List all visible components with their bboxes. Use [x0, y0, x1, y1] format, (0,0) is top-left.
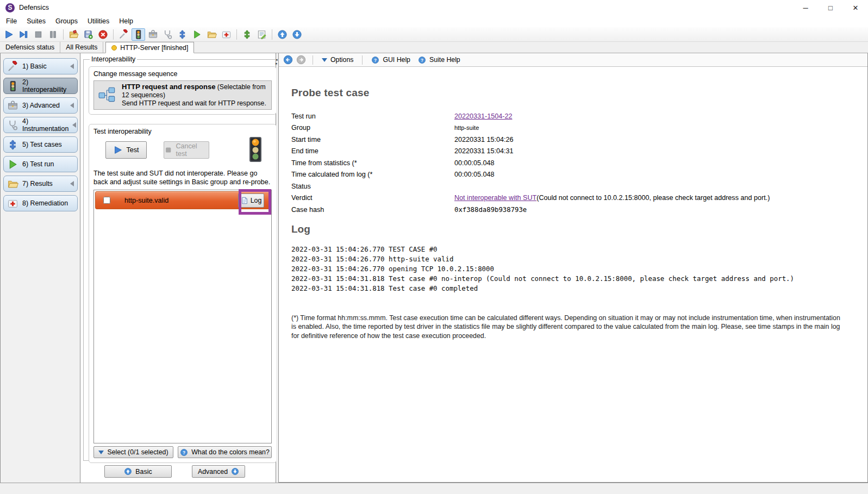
test-interoperability-group: Test interoperability Test Cancel test [89, 124, 277, 463]
suite-row-http-suite-valid[interactable]: http-suite.valid Log [95, 191, 270, 209]
options-button[interactable]: Options [320, 55, 355, 65]
down-circle-icon [231, 467, 239, 476]
reload-icon[interactable] [240, 28, 254, 41]
sidebar-item-interoperability[interactable]: 2) Interoperability [3, 78, 78, 94]
advanced-icon[interactable] [146, 28, 160, 41]
abort-icon[interactable] [96, 28, 110, 41]
sidebar-item-results[interactable]: 7) Results [3, 176, 78, 192]
menu-file[interactable]: File [1, 16, 22, 27]
gui-help-button[interactable]: ? GUI Help [369, 55, 413, 65]
field-label: Verdict [291, 192, 454, 204]
sidebar-item-advanced[interactable]: 3) Advanced [3, 97, 78, 114]
select-button[interactable]: Select (0/1 selected) [93, 446, 173, 458]
sequence-selector[interactable]: HTTP request and response (Selectable fr… [93, 80, 272, 110]
load-suite-icon[interactable] [67, 28, 80, 41]
minimize-button[interactable]: ─ [793, 0, 818, 15]
sidebar-item-label: 8) Remediation [22, 199, 68, 207]
basic-icon[interactable] [117, 28, 130, 41]
tab-http-server[interactable]: HTTP-Server [finished] [105, 42, 194, 53]
pause-icon[interactable] [46, 28, 60, 41]
screwdriver-icon [7, 61, 18, 72]
end-time-value: 20220331 15:04:31 [454, 146, 867, 158]
probe-report: Probe test case Test run 20220331-1504-2… [279, 67, 867, 482]
suite-checkbox[interactable] [103, 197, 110, 204]
run-icon[interactable] [2, 28, 16, 41]
step-icon[interactable] [17, 28, 30, 41]
log-line: 2022-03-31 15:04:26.770 http-suite valid [291, 254, 867, 264]
collapse-arrow-icon[interactable] [70, 103, 74, 108]
collapse-arrow-icon[interactable] [72, 122, 76, 128]
main-area: 1) Basic 2) Interoperability 3) Advanced… [0, 53, 868, 483]
verdict-link[interactable]: Not interoperable with SUT [454, 194, 536, 202]
test-run-icon[interactable] [190, 28, 204, 41]
instrumentation-icon[interactable] [161, 28, 174, 41]
tab-all-results[interactable]: All Results [60, 42, 103, 53]
run-test-icon [113, 145, 123, 155]
field-label: Time from statistics (* [291, 157, 454, 169]
up-icon[interactable] [276, 28, 289, 41]
sequence-icon [98, 86, 117, 104]
select-button-label: Select (0/1 selected) [107, 448, 168, 456]
svg-text:?: ? [374, 58, 377, 62]
menu-help[interactable]: Help [114, 16, 138, 27]
sidebar-item-test-run[interactable]: 6) Test run [3, 156, 78, 172]
cancel-test-button[interactable]: Cancel test [164, 141, 209, 159]
menu-bar: File Suites Groups Utilities Help [0, 15, 868, 27]
sidebar-item-remediation[interactable]: 8) Remediation [3, 195, 78, 211]
status-bar [0, 483, 868, 494]
test-run-link[interactable]: 20220331-1504-22 [454, 112, 512, 120]
up-circle-icon [124, 467, 132, 476]
forward-button[interactable] [296, 55, 306, 65]
back-button[interactable] [283, 55, 293, 65]
log-line: 2022-03-31 15:04:31.818 Test case #0 no-… [291, 274, 867, 284]
go-basic-button[interactable]: Basic [104, 465, 172, 478]
save-icon[interactable] [82, 28, 95, 41]
sequence-desc: Send HTTP request and wait for HTTP resp… [122, 99, 267, 108]
maximize-button[interactable]: □ [818, 0, 843, 15]
time-log-value: 00:00:05.048 [454, 169, 867, 181]
sidebar-item-basic[interactable]: 1) Basic [3, 58, 78, 74]
menu-utilities[interactable]: Utilities [83, 16, 114, 27]
test-interop-title: Test interoperability [93, 128, 272, 135]
interop-result-message: The test suite and SUT did not interoper… [93, 169, 272, 186]
interoperability-icon[interactable] [132, 28, 145, 41]
result-nav-bar: Options ? GUI Help ? Suite Help [279, 53, 867, 67]
test-button[interactable]: Test [105, 141, 147, 159]
toolbox-icon [7, 100, 18, 111]
tab-status-icon [111, 45, 117, 51]
traffic-light-icon [7, 80, 18, 92]
go-basic-label: Basic [135, 468, 152, 476]
tab-defensics-status[interactable]: Defensics status [0, 42, 60, 53]
time-format-footnote: (*) Time format hh:mm:ss.mmm. Test case … [291, 314, 846, 341]
cancel-button-label: Cancel test [176, 142, 209, 158]
remediation-icon[interactable] [220, 28, 233, 41]
step-sidebar: 1) Basic 2) Interoperability 3) Advanced… [0, 53, 80, 483]
close-button[interactable]: ✕ [843, 0, 868, 15]
results-icon[interactable] [205, 28, 218, 41]
probe-fields: Test run 20220331-1504-22 Group http-sui… [291, 110, 867, 216]
stop-icon[interactable] [32, 28, 45, 41]
svg-text:?: ? [183, 450, 185, 455]
go-advanced-button[interactable]: Advanced [192, 465, 245, 478]
field-label: Start time [291, 134, 454, 146]
collapse-arrow-icon[interactable] [70, 64, 74, 69]
sidebar-item-instrumentation[interactable]: 4) Instrumentation [3, 117, 78, 133]
test-cases-icon[interactable] [176, 28, 189, 41]
menu-groups[interactable]: Groups [51, 16, 83, 27]
colors-help-button[interactable]: ? What do the colors mean? [178, 446, 272, 458]
change-sequence-group: Change message sequence HTTP request and… [89, 66, 277, 115]
puzzle-icon [7, 139, 18, 151]
suite-help-button[interactable]: ? Suite Help [416, 55, 463, 65]
down-icon[interactable] [290, 28, 304, 41]
collapse-arrow-icon[interactable] [70, 181, 74, 186]
options-label: Options [330, 56, 353, 64]
log-line: 2022-03-31 15:04:26.770 TEST CASE #0 [291, 245, 867, 254]
suite-list: http-suite.valid Log [93, 190, 272, 443]
menu-suites[interactable]: Suites [22, 16, 51, 27]
svg-text:?: ? [421, 58, 423, 62]
suite-name: http-suite.valid [124, 197, 168, 204]
sidebar-item-test-cases[interactable]: 5) Test cases [3, 136, 78, 153]
field-label: Status [291, 180, 454, 192]
change-sequence-title: Change message sequence [93, 70, 272, 78]
notes-icon[interactable] [255, 28, 268, 41]
